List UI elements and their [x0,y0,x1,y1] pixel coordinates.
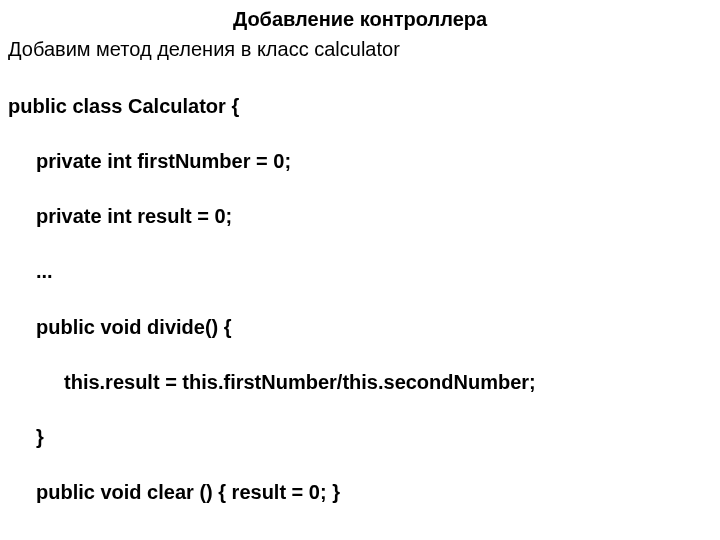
code-line: public void clear () { result = 0; } [8,479,712,507]
intro-text: Добавим метод деления в класс calculator [8,36,712,64]
code-line: private int result = 0; [8,203,712,231]
slide-title: Добавление контроллера [8,6,712,34]
code-line: } [8,424,712,452]
code-line: this.result = this.firstNumber/this.seco… [8,369,712,397]
code-line: private int firstNumber = 0; [8,148,712,176]
code-line: public class Calculator { [8,93,712,121]
code-line: public void divide() { [8,314,712,342]
code-line: ... [8,534,712,540]
code-block: public class Calculator { private int fi… [8,65,712,540]
code-line: ... [8,258,712,286]
